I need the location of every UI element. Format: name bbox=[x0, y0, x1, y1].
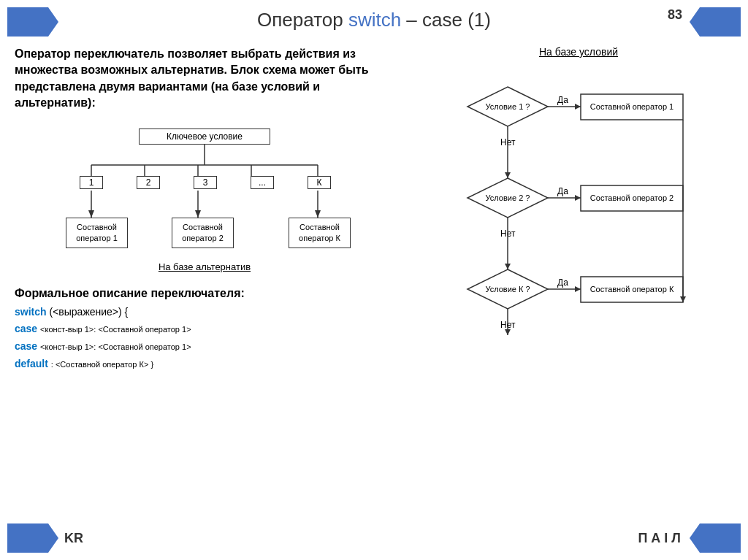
svg-marker-18 bbox=[575, 104, 581, 110]
code-line-3: case <конст-выр 1>: <Составной оператор … bbox=[15, 338, 394, 356]
svg-text:Составной оператор 1: Составной оператор 1 bbox=[590, 102, 673, 111]
next-button-bottom[interactable] bbox=[690, 523, 741, 553]
branch-k: К bbox=[308, 176, 331, 189]
svg-marker-13 bbox=[315, 210, 321, 218]
next-button-top[interactable] bbox=[690, 7, 741, 37]
svg-text:Нет: Нет bbox=[500, 320, 516, 330]
branch-2: 2 bbox=[137, 176, 160, 189]
svg-text:Условие К ?: Условие К ? bbox=[485, 285, 530, 294]
svg-marker-45 bbox=[505, 329, 511, 335]
svg-marker-28 bbox=[575, 195, 581, 201]
code-line-2: case <конст-выр 1>: <Составной оператор … bbox=[15, 321, 394, 338]
branch-3: 3 bbox=[194, 176, 217, 189]
formal-title: Формальное описание переключателя: bbox=[15, 287, 394, 300]
next-section: П А І Л bbox=[638, 523, 741, 553]
box-1: Составнойоператор 1 bbox=[66, 218, 128, 249]
formal-desc: Формальное описание переключателя: switc… bbox=[15, 287, 394, 373]
right-panel: На базе условий Условие 1 ? Да Составной… bbox=[409, 39, 748, 491]
page-title: Оператор switch – case (1) bbox=[0, 9, 748, 31]
svg-marker-38 bbox=[575, 286, 581, 292]
prev-button-bottom[interactable]: KR bbox=[7, 523, 83, 553]
code-line-1: switch (<выражение>) { bbox=[15, 304, 394, 321]
svg-text:Условие 2 ?: Условие 2 ? bbox=[486, 193, 530, 202]
svg-marker-33 bbox=[505, 264, 511, 269]
svg-marker-11 bbox=[88, 210, 94, 218]
svg-text:Составной оператор К: Составной оператор К bbox=[590, 285, 674, 294]
left-panel: Оператор переключатель позволяет выбрать… bbox=[0, 39, 409, 491]
svg-text:Да: Да bbox=[557, 277, 568, 288]
svg-marker-23 bbox=[505, 172, 511, 178]
svg-text:Да: Да bbox=[557, 95, 568, 105]
right-chart-title: На базе условий bbox=[424, 46, 733, 58]
chart-caption-left: На базе альтернатив bbox=[66, 261, 343, 272]
box-2: Составнойоператор 2 bbox=[172, 218, 234, 249]
root-box: Ключевое условие bbox=[139, 129, 270, 145]
prev-button-top[interactable] bbox=[7, 7, 58, 37]
branch-1: 1 bbox=[80, 176, 103, 189]
svg-text:Да: Да bbox=[557, 186, 568, 196]
bottom-label-left: KR bbox=[64, 531, 83, 546]
bottom-label-right: П А І Л bbox=[638, 531, 681, 546]
intro-text: Оператор переключатель позволяет выбрать… bbox=[15, 46, 394, 112]
right-flowchart-svg: Условие 1 ? Да Составной оператор 1 Нет … bbox=[424, 65, 730, 445]
svg-text:Составной оператор 2: Составной оператор 2 bbox=[590, 193, 673, 202]
page-number: 83 bbox=[668, 7, 682, 23]
svg-text:Условие 1 ?: Условие 1 ? bbox=[486, 102, 530, 111]
tree-svg bbox=[66, 123, 343, 276]
box-k: Составнойоператор К bbox=[289, 218, 351, 249]
svg-marker-12 bbox=[195, 210, 201, 218]
branch-dots: ... bbox=[251, 176, 274, 189]
code-line-4: default : <Составной оператор К> } bbox=[15, 356, 394, 373]
